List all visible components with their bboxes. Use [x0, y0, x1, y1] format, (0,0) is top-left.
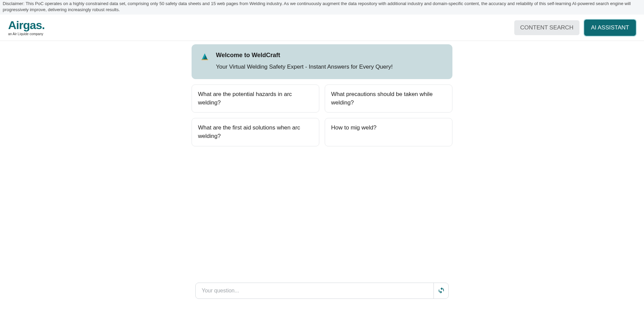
suggestion-card[interactable]: What are the potential hazards in arc we… — [192, 85, 319, 113]
disclaimer-bar: Disclaimer: This PoC operates on a highl… — [0, 0, 644, 15]
svg-rect-0 — [201, 59, 208, 60]
content-search-button[interactable]: CONTENT SEARCH — [514, 20, 579, 35]
logo-text: Airgas. — [8, 19, 45, 31]
header-actions: CONTENT SEARCH AI ASSISTANT — [514, 20, 636, 36]
suggestion-grid: What are the potential hazards in arc we… — [192, 85, 452, 146]
ai-assistant-button[interactable]: AI ASSISTANT — [584, 20, 636, 36]
suggestion-card[interactable]: What precautions should be taken while w… — [325, 85, 452, 113]
welcome-subtitle: Your Virtual Welding Safety Expert - Ins… — [216, 64, 393, 70]
welcome-card: Welcome to WeldCraft Your Virtual Weldin… — [192, 44, 452, 79]
suggestion-card[interactable]: How to mig weld? — [325, 118, 452, 146]
disclaimer-text: Disclaimer: This PoC operates on a highl… — [3, 1, 631, 12]
welcome-title: Welcome to WeldCraft — [216, 52, 393, 59]
main-content: Welcome to WeldCraft Your Virtual Weldin… — [192, 41, 452, 146]
app-header: Airgas. an Air Liquide company CONTENT S… — [0, 15, 644, 41]
suggestion-card[interactable]: What are the first aid solutions when ar… — [192, 118, 319, 146]
brand-logo: Airgas. an Air Liquide company — [8, 19, 45, 36]
logo-tagline: an Air Liquide company — [8, 32, 45, 36]
welcome-text: Welcome to WeldCraft Your Virtual Weldin… — [216, 52, 393, 70]
welcome-icon — [200, 52, 210, 62]
